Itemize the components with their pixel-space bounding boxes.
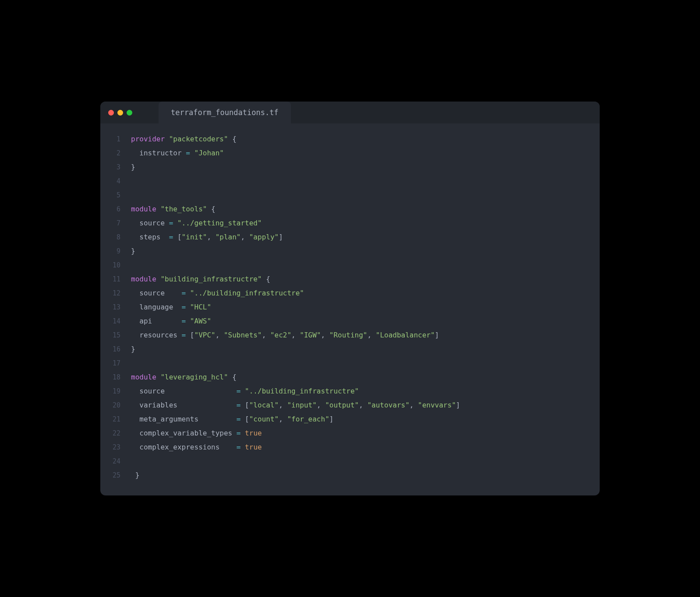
code-line: 18 module "leveraging_hcl" { bbox=[100, 370, 600, 384]
code-content: language = "HCL" bbox=[131, 300, 211, 314]
line-number: 24 bbox=[100, 454, 131, 468]
line-number: 23 bbox=[100, 440, 131, 454]
code-line: 8 steps = ["init", "plan", "apply"] bbox=[100, 230, 600, 244]
code-line: 7 source = "../getting_started" bbox=[100, 216, 600, 230]
code-line: 10 bbox=[100, 258, 600, 272]
line-number: 16 bbox=[100, 342, 131, 356]
line-number: 22 bbox=[100, 426, 131, 440]
code-line: 23 complex_expressions = true bbox=[100, 440, 600, 454]
code-content: source = "../building_infrastructre" bbox=[131, 384, 359, 398]
code-line: 12 source = "../building_infrastructre" bbox=[100, 286, 600, 300]
code-content: api = "AWS" bbox=[131, 314, 211, 328]
titlebar: terraform_foundations.tf bbox=[100, 102, 600, 123]
window-controls bbox=[108, 110, 132, 116]
line-number: 21 bbox=[100, 412, 131, 426]
code-content: } bbox=[131, 342, 135, 356]
code-line: 19 source = "../building_infrastructre" bbox=[100, 384, 600, 398]
code-content: module "leveraging_hcl" { bbox=[131, 370, 237, 384]
code-line: 5 bbox=[100, 188, 600, 202]
code-line: 15 resources = ["VPC", "Subnets", "ec2",… bbox=[100, 328, 600, 342]
code-content: source = "../getting_started" bbox=[131, 216, 262, 230]
code-content: module "the_tools" { bbox=[131, 202, 216, 216]
code-line: 2 instructor = "Johan" bbox=[100, 146, 600, 160]
code-line: 22 complex_variable_types = true bbox=[100, 426, 600, 440]
line-number: 6 bbox=[100, 202, 131, 216]
code-content: variables = ["local", "input", "output",… bbox=[131, 398, 460, 412]
code-line: 3 } bbox=[100, 160, 600, 174]
code-line: 25 } bbox=[100, 468, 600, 482]
line-number: 15 bbox=[100, 328, 131, 342]
code-line: 13 language = "HCL" bbox=[100, 300, 600, 314]
code-line: 16 } bbox=[100, 342, 600, 356]
line-number: 19 bbox=[100, 384, 131, 398]
line-number: 2 bbox=[100, 146, 131, 160]
line-number: 7 bbox=[100, 216, 131, 230]
file-tab[interactable]: terraform_foundations.tf bbox=[159, 102, 291, 123]
line-number: 14 bbox=[100, 314, 131, 328]
code-content: source = "../building_infrastructre" bbox=[131, 286, 304, 300]
code-content: } bbox=[131, 160, 135, 174]
code-content: meta_arguments = ["count", "for_each"] bbox=[131, 412, 333, 426]
line-number: 18 bbox=[100, 370, 131, 384]
editor-window: terraform_foundations.tf 1 provider "pac… bbox=[100, 102, 600, 495]
code-content: steps = ["init", "plan", "apply"] bbox=[131, 230, 283, 244]
code-line: 24 bbox=[100, 454, 600, 468]
code-content: resources = ["VPC", "Subnets", "ec2", "I… bbox=[131, 328, 439, 342]
line-number: 13 bbox=[100, 300, 131, 314]
code-line: 14 api = "AWS" bbox=[100, 314, 600, 328]
code-content: complex_variable_types = true bbox=[131, 426, 262, 440]
code-line: 20 variables = ["local", "input", "outpu… bbox=[100, 398, 600, 412]
code-content: } bbox=[131, 244, 135, 258]
code-line: 21 meta_arguments = ["count", "for_each"… bbox=[100, 412, 600, 426]
code-line: 1 provider "packetcoders" { bbox=[100, 132, 600, 146]
line-number: 3 bbox=[100, 160, 131, 174]
code-line: 9 } bbox=[100, 244, 600, 258]
minimize-icon[interactable] bbox=[117, 110, 123, 116]
line-number: 5 bbox=[100, 188, 131, 202]
line-number: 8 bbox=[100, 230, 131, 244]
code-line: 11 module "building_infrastructre" { bbox=[100, 272, 600, 286]
line-number: 10 bbox=[100, 258, 131, 272]
line-number: 1 bbox=[100, 132, 131, 146]
line-number: 20 bbox=[100, 398, 131, 412]
line-number: 25 bbox=[100, 468, 131, 482]
tab-filename: terraform_foundations.tf bbox=[171, 108, 279, 117]
code-content: provider "packetcoders" { bbox=[131, 132, 237, 146]
line-number: 11 bbox=[100, 272, 131, 286]
code-line: 6 module "the_tools" { bbox=[100, 202, 600, 216]
code-content: module "building_infrastructre" { bbox=[131, 272, 270, 286]
code-line: 17 bbox=[100, 356, 600, 370]
maximize-icon[interactable] bbox=[127, 110, 132, 116]
line-number: 17 bbox=[100, 356, 131, 370]
code-line: 4 bbox=[100, 174, 600, 188]
line-number: 4 bbox=[100, 174, 131, 188]
code-content: complex_expressions = true bbox=[131, 440, 262, 454]
code-content: instructor = "Johan" bbox=[131, 146, 224, 160]
close-icon[interactable] bbox=[108, 110, 114, 116]
line-number: 12 bbox=[100, 286, 131, 300]
code-content: } bbox=[131, 468, 139, 482]
code-editor[interactable]: 1 provider "packetcoders" { 2 instructor… bbox=[100, 123, 600, 495]
line-number: 9 bbox=[100, 244, 131, 258]
